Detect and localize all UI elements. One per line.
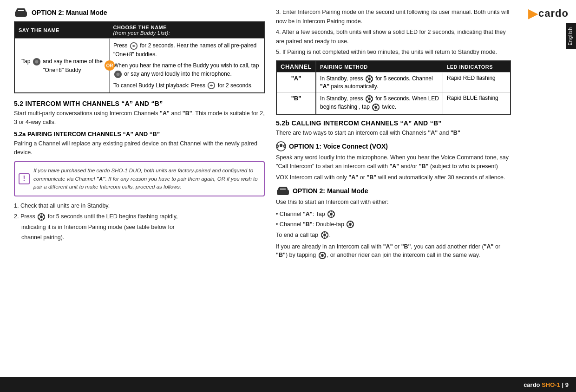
bottom-bar-product: cardo SHO-1 | 9 [524,381,569,388]
svg-point-42 [331,211,332,212]
bullet-b: • Channel "B": Double-tap [276,220,511,229]
svg-point-52 [350,227,351,228]
method-col-header: PAIRING METHOD [316,61,443,72]
svg-point-64 [324,253,325,255]
main-content: OPTION 2: Manual Mode SAY THE NAME CHOOS… [14,5,511,373]
svg-point-31 [378,105,379,106]
svg-point-57 [326,233,327,235]
svg-point-53 [347,226,349,227]
svg-point-61 [321,233,323,235]
press-icon-2 [207,81,216,90]
svg-point-54 [347,222,349,224]
add-rider: If you are already in an Intercom call w… [276,242,511,260]
say-name-cell: Tap and say the name of the "One+8" Budd… [14,39,109,93]
svg-point-49 [350,221,351,222]
logo-text: cardo [538,7,569,20]
led-col-header: LED INDICATORS [443,61,511,72]
svg-point-58 [326,236,327,238]
svg-point-12 [41,219,42,221]
svg-point-45 [331,216,332,218]
svg-point-65 [324,256,325,258]
press-icon-step2 [37,213,46,221]
warning-box: ! If you have purchased the cardo SHO-1 … [14,161,265,196]
language-tab: English [566,23,576,49]
bottom-bar: cardo SHO-1 | 9 [0,377,576,392]
option2-left-title: OPTION 2: Manual Mode [32,9,107,16]
channel-col-header: CHANNEL [276,61,316,72]
tap-icon-end [321,231,329,239]
svg-point-10 [43,215,45,216]
svg-point-20 [367,80,368,81]
svg-point-30 [375,104,377,105]
svg-point-59 [324,237,325,239]
svg-point-26 [369,101,370,103]
svg-point-44 [333,216,334,217]
svg-point-23 [369,95,370,97]
step-3: 3. Enter Intercom Pairing mode on the se… [276,7,511,26]
tap-icon-2 [114,70,122,78]
svg-point-35 [373,105,374,106]
tap-icon-add [318,251,327,260]
section-52b-body: There are two ways to start an intercom … [276,129,511,137]
logo-bar: ▶ cardo [520,0,576,23]
svg-rect-40 [279,187,287,189]
step-1: 1. Check that all units are in Standby. [14,201,265,210]
option2-heading: OPTION 2: Manual Mode [14,7,265,18]
end-call: To end a call tap . [276,231,511,240]
svg-point-66 [321,258,323,259]
section-52a-title: 5.2a PAIRING INTERCOM CHANNELS “A” AND “… [14,131,265,137]
channel-a-cell: "A" [276,72,316,92]
press-icon-ch-b [365,95,373,103]
option2-body: Use this to start an Intercom call with … [276,198,511,207]
svg-point-14 [39,215,40,216]
svg-point-24 [371,97,373,98]
method-b-cell: In Standby, press for 5 seconds. When LE… [316,92,443,115]
svg-point-19 [369,81,370,83]
choose-name-cell: OR Press for 2 seconds. Hear the names o… [109,39,264,93]
col2-header: CHOOSE THE NAME (from your Buddy List): [109,22,264,39]
or-circle: OR [105,60,115,71]
tap-icon [33,58,41,66]
svg-point-68 [319,253,321,255]
svg-point-9 [41,213,42,215]
method-a-cell: In Standby, press for 5 seconds. Channel… [316,72,443,92]
manual-mode-table: SAY THE NAME CHOOSE THE NAME (from your … [14,21,265,93]
led-b-cell: Rapid BLUE flashing [443,92,511,115]
option2-right-heading: OPTION 2: Manual Mode [276,186,511,196]
svg-point-18 [371,80,373,81]
svg-point-43 [333,212,334,214]
option1-heading: OPTION 1: Voice Connect (VOX) [276,141,511,151]
svg-point-33 [375,110,377,111]
logo-chevron-icon: ▶ [528,7,537,21]
svg-point-32 [378,108,379,110]
headset-icon [14,7,28,18]
option1-title: OPTION 1: Voice Connect (VOX) [289,143,388,150]
svg-point-11 [43,218,45,219]
svg-point-28 [367,97,368,98]
col1-header: SAY THE NAME [14,22,109,39]
press-icon-ch-a [365,75,373,83]
svg-point-46 [328,216,330,217]
svg-point-16 [369,75,370,77]
svg-point-17 [371,77,373,78]
step-5: 5. If Pairing is not completed within tw… [276,47,511,57]
channel-row-a: "A" In Standby, press [276,72,511,92]
svg-rect-3 [17,8,25,10]
channel-table: CHANNEL PAIRING METHOD LED INDICATORS "A… [276,60,511,115]
warning-icon: ! [19,173,30,184]
bullet-a: • Channel "A": Tap [276,209,511,219]
headset-icon-right [276,186,290,196]
svg-point-27 [367,100,368,101]
svg-point-47 [328,212,330,214]
tap-icon-b [346,220,354,229]
tap-icon-a [327,210,335,218]
section-52-body: Start multi-party conversations using In… [14,109,265,127]
channel-b-cell: "B" [276,92,316,115]
tap-icon-ch-b [372,103,380,111]
press-icon-1 [130,42,138,50]
svg-point-50 [352,222,353,224]
svg-point-25 [371,100,373,101]
led-a-cell: Rapid RED flashing [443,72,511,92]
option1-body1: Speak any word loudly into the microphon… [276,153,511,171]
svg-point-21 [367,77,368,78]
